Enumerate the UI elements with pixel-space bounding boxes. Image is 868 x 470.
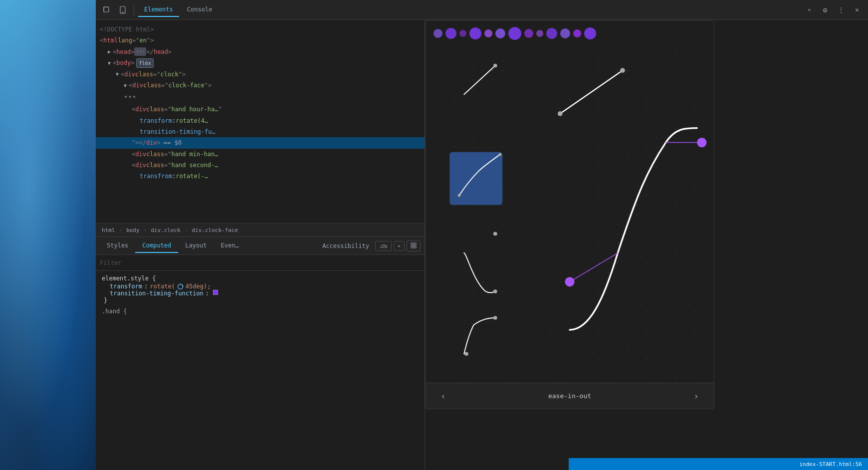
dom-tree[interactable]: <!DOCTYPE html> <html lang="en"> ▶ <head… xyxy=(96,20,425,223)
css-rule-hand-header: .hand { xyxy=(102,308,419,315)
status-bar: index-START.html:56 xyxy=(569,458,868,470)
dom-dots: ••• xyxy=(124,91,136,103)
dom-line-body[interactable]: ▼ <body> flex xyxy=(96,57,425,68)
dot-6 xyxy=(495,28,505,38)
device-icon[interactable] xyxy=(116,3,130,17)
css-rule-element: element.style { transform : rotate( xyxy=(96,273,425,306)
cursor-icon[interactable] xyxy=(100,3,114,17)
nav-prev-button[interactable]: ‹ xyxy=(435,388,451,404)
dot-12 xyxy=(573,29,581,37)
easing-label: ease-in-out xyxy=(548,392,591,400)
svg-rect-0 xyxy=(104,7,109,12)
accessibility-label: Accessibility xyxy=(322,242,369,249)
toolbar-sep-1 xyxy=(134,5,134,15)
svg-rect-13 xyxy=(449,152,502,205)
breadcrumb-body[interactable]: body xyxy=(124,226,142,235)
color-swatch-timing[interactable] xyxy=(213,290,218,295)
close-icon[interactable]: ✕ xyxy=(850,3,864,17)
devtools-toolbar: Elements Console » ⚙ ⋮ ✕ xyxy=(96,0,868,20)
head-ellipsis[interactable]: ··· xyxy=(134,47,146,56)
svg-point-24 xyxy=(493,289,497,293)
rotate-circle-icon[interactable] xyxy=(177,283,184,290)
svg-rect-8 xyxy=(414,246,416,248)
svg-rect-12 xyxy=(431,46,709,383)
css-rule-hand: .hand { xyxy=(96,306,425,318)
dot-8 xyxy=(524,29,533,38)
css-prop-transform: transform : rotate( 45deg); xyxy=(102,283,419,290)
breadcrumb-div-clock[interactable]: div.clock xyxy=(149,226,183,235)
arrow-body: ▼ xyxy=(108,59,111,67)
dom-line-hour-close[interactable]: "></div> == $0 xyxy=(96,137,425,148)
background-left xyxy=(0,0,96,470)
svg-rect-5 xyxy=(411,243,413,245)
toolbar-right: » ⚙ ⋮ ✕ xyxy=(802,3,864,17)
svg-point-14 xyxy=(458,194,461,197)
dot-4 xyxy=(469,27,481,39)
tab-console[interactable]: Console xyxy=(181,3,218,17)
right-panel: ‹ ease-in-out › index-START.html:56 xyxy=(425,20,868,470)
tab-events[interactable]: Even… xyxy=(214,239,246,253)
svg-point-20 xyxy=(565,277,574,286)
toggle-layout-button[interactable] xyxy=(407,240,421,251)
dot-2 xyxy=(445,28,456,39)
dom-line-doctype[interactable]: <!DOCTYPE html> xyxy=(96,24,425,35)
styles-right-buttons: Accessibility .cls + xyxy=(322,240,421,251)
svg-rect-7 xyxy=(411,246,413,248)
css-rules: element.style { transform : rotate( xyxy=(96,271,425,470)
more-tabs-icon[interactable]: » xyxy=(802,3,816,17)
dollar-zero: == $0 xyxy=(164,138,182,148)
dot-9 xyxy=(536,30,543,37)
filter-input[interactable] xyxy=(100,259,421,266)
tag-open-bracket: < xyxy=(100,35,103,45)
breadcrumb-html[interactable]: html xyxy=(100,226,117,235)
dom-line-html[interactable]: <html lang="en"> xyxy=(96,35,425,46)
breadcrumb-div-clock-face[interactable]: div.clock-face xyxy=(190,226,240,235)
doctype-text: <!DOCTYPE html> xyxy=(100,24,154,34)
tag-html: html xyxy=(103,35,118,45)
tab-computed[interactable]: Computed xyxy=(135,239,178,253)
menu-icon[interactable]: ⋮ xyxy=(834,3,848,17)
svg-point-16 xyxy=(620,68,625,73)
tab-layout[interactable]: Layout xyxy=(178,239,214,253)
dom-line-head[interactable]: ▶ <head> ··· </head> xyxy=(96,46,425,57)
dot-5 xyxy=(484,29,492,37)
dom-line-transition: transition-timing-fu… xyxy=(96,126,425,137)
dom-line-min[interactable]: <div class="hand min-han… xyxy=(96,149,425,160)
nav-next-button[interactable]: › xyxy=(688,388,704,404)
dom-line-clock[interactable]: ▼ <div class="clock"> xyxy=(96,69,425,80)
svg-point-21 xyxy=(697,138,706,147)
styles-toolbar: Styles Computed Layout Even… Accessibili… xyxy=(96,237,425,255)
dom-line-transform: transform: rotate(4… xyxy=(96,115,425,126)
add-style-button[interactable]: + xyxy=(394,241,405,251)
settings-icon[interactable]: ⚙ xyxy=(818,3,832,17)
svg-point-23 xyxy=(493,232,497,236)
arrow-head: ▶ xyxy=(108,47,111,56)
attr-lang: lang xyxy=(118,35,132,45)
svg-rect-6 xyxy=(414,243,416,245)
breadcrumb-sep-2: › xyxy=(144,227,147,234)
dom-line-second[interactable]: <div class="hand second-… xyxy=(96,160,425,171)
dot-11 xyxy=(560,28,570,38)
breadcrumb-sep-3: › xyxy=(185,227,188,234)
devtools-panel: Elements Console » ⚙ ⋮ ✕ <!DOCTYPE html>… xyxy=(96,0,868,470)
svg-rect-4 xyxy=(122,12,124,13)
dom-panel: <!DOCTYPE html> <html lang="en"> ▶ <head… xyxy=(96,20,425,470)
arrow-clock: ▼ xyxy=(116,70,119,78)
arrow-clock-face: ▼ xyxy=(124,81,127,90)
dot-1 xyxy=(434,29,442,38)
flex-badge[interactable]: flex xyxy=(136,58,153,68)
tab-styles[interactable]: Styles xyxy=(100,239,135,253)
dom-line-dots: ••• xyxy=(96,91,425,104)
dom-line-transform-second: transfrom: rotate(-… xyxy=(96,171,425,182)
easing-dots-row xyxy=(426,20,714,46)
css-rule-header: element.style { xyxy=(102,275,419,282)
svg-point-15 xyxy=(498,153,501,156)
breadcrumb-bar: html › body › div.clock › div.clock-face xyxy=(96,223,425,237)
dom-line-hour[interactable]: <div class="hand hour-ha…" xyxy=(96,104,425,115)
dom-line-clock-face[interactable]: ▼ <div class="clock-face"> xyxy=(96,80,425,91)
svg-point-17 xyxy=(558,111,563,116)
tab-elements[interactable]: Elements xyxy=(138,3,179,17)
easing-canvas xyxy=(426,46,714,383)
cls-button[interactable]: .cls xyxy=(375,241,392,251)
dot-10 xyxy=(546,28,557,39)
